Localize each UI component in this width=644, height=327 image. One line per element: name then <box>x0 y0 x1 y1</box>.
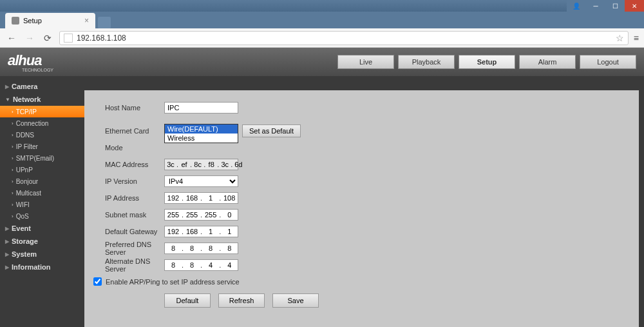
sidebar-section-system[interactable]: ▶System <box>0 248 84 261</box>
logo: alhua TECHNOLOGY <box>8 52 53 72</box>
ip-address-label: IP Address <box>105 194 164 202</box>
back-button[interactable]: ← <box>5 32 18 45</box>
host-name-label: Host Name <box>105 104 164 112</box>
ip-version-select[interactable]: IPv4 <box>164 175 238 187</box>
sidebar-item-smtp[interactable]: ›SMTP(Email) <box>0 152 84 164</box>
arp-checkbox-label: Enable ARP/Ping to set IP address servic… <box>106 278 240 286</box>
ethernet-card-dropdown: Wire(DEFAULT) Wireless <box>164 124 238 143</box>
tab-favicon-icon <box>12 17 19 25</box>
mac-label: MAC Address <box>105 161 164 168</box>
sidebar-item-wifi[interactable]: ›WIFI <box>0 199 84 210</box>
pref-dns-label: Preferred DNS Server <box>105 241 164 256</box>
save-button[interactable]: Save <box>272 293 319 308</box>
page-icon <box>64 34 73 43</box>
sidebar-item-bonjour[interactable]: ›Bonjour <box>0 175 84 187</box>
arp-checkbox[interactable] <box>93 277 102 286</box>
minimize-button[interactable]: ─ <box>586 0 605 12</box>
forward-button[interactable]: → <box>23 32 36 45</box>
maximize-button[interactable]: ☐ <box>605 0 625 12</box>
sidebar-section-information[interactable]: ▶Information <box>0 261 84 273</box>
subnet-label: Subnet mask <box>105 211 164 219</box>
tab-setup[interactable]: Setup <box>459 55 515 69</box>
dropdown-option-wire[interactable]: Wire(DEFAULT) <box>165 124 238 134</box>
menu-icon[interactable]: ≡ <box>634 33 639 43</box>
tab-close-icon[interactable]: × <box>84 16 89 25</box>
bookmark-icon[interactable]: ☆ <box>616 33 624 43</box>
tab-alarm[interactable]: Alarm <box>519 55 576 69</box>
sidebar-item-tcpip[interactable]: ›TCP/IP <box>0 106 84 117</box>
browser-tabs: Setup × <box>0 12 644 28</box>
mode-label: Mode <box>105 144 164 152</box>
sidebar-item-qos[interactable]: ›QoS <box>0 210 84 222</box>
sidebar-item-ddns[interactable]: ›DDNS <box>0 129 84 141</box>
dropdown-option-wireless[interactable]: Wireless <box>165 134 238 143</box>
alt-dns-input[interactable]: . . . <box>164 259 238 271</box>
app-header: alhua TECHNOLOGY Live Playback Setup Ala… <box>0 48 644 76</box>
url-text: 192.168.1.108 <box>77 34 126 43</box>
gateway-input[interactable]: . . . <box>164 226 238 237</box>
tab-logout[interactable]: Logout <box>580 55 636 69</box>
host-name-input[interactable] <box>164 102 238 114</box>
browser-tab[interactable]: Setup × <box>5 13 95 28</box>
tab-live[interactable]: Live <box>337 55 394 69</box>
default-button[interactable]: Default <box>164 293 211 308</box>
sidebar-section-network[interactable]: ▼Network <box>0 93 84 106</box>
user-icon[interactable]: 👤 <box>567 0 586 12</box>
sidebar-item-multicast[interactable]: ›Multicast <box>0 187 84 199</box>
sidebar-item-connection[interactable]: ›Connection <box>0 117 84 129</box>
browser-titlebar: 👤 ─ ☐ ✕ <box>0 0 644 12</box>
subnet-input[interactable]: . . . <box>164 209 238 221</box>
ip-address-input[interactable]: . . . <box>164 192 238 204</box>
sidebar-section-camera[interactable]: ▶Camera <box>0 80 84 93</box>
sidebar-item-upnp[interactable]: ›UPnP <box>0 164 84 175</box>
content-panel: Host Name Ethernet Card Wire(DEFAULT) Se… <box>84 90 639 327</box>
refresh-button[interactable]: Refresh <box>218 293 265 308</box>
sidebar-section-storage[interactable]: ▶Storage <box>0 235 84 248</box>
browser-toolbar: ← → ⟳ 192.168.1.108 ☆ ≡ <box>0 28 644 48</box>
reload-button[interactable]: ⟳ <box>41 32 54 45</box>
pref-dns-input[interactable]: . . . <box>164 243 238 254</box>
sidebar: ▶Camera ▼Network ›TCP/IP ›Connection ›DD… <box>0 76 84 327</box>
mac-address-display: . . . . . <box>164 159 238 170</box>
main-tabs: Live Playback Setup Alarm Logout <box>337 55 636 69</box>
sidebar-item-ipfilter[interactable]: ›IP Filter <box>0 141 84 152</box>
close-button[interactable]: ✕ <box>625 0 644 12</box>
set-default-button[interactable]: Set as Default <box>242 124 301 137</box>
tab-title: Setup <box>23 17 42 25</box>
ethernet-card-label: Ethernet Card <box>105 127 164 135</box>
address-bar[interactable]: 192.168.1.108 ☆ <box>59 31 629 45</box>
gateway-label: Default Gateway <box>105 228 164 235</box>
sidebar-section-event[interactable]: ▶Event <box>0 222 84 235</box>
ip-version-label: IP Version <box>105 177 164 185</box>
new-tab-button[interactable] <box>98 17 111 28</box>
alt-dns-label: Alternate DNS Server <box>105 257 164 273</box>
tab-playback[interactable]: Playback <box>398 55 455 69</box>
